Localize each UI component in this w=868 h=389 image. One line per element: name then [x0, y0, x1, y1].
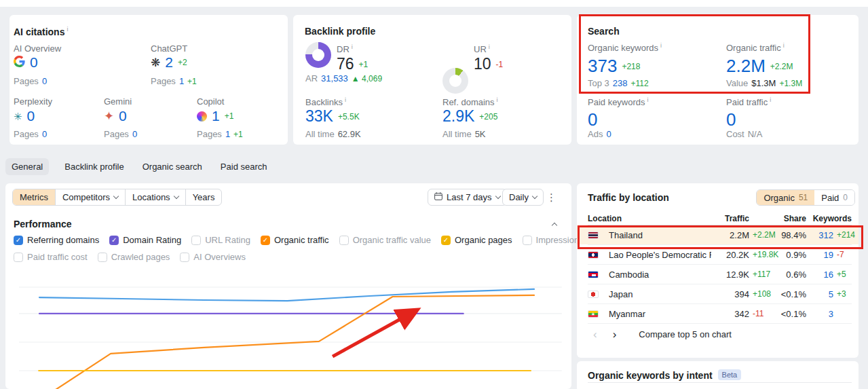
flag-thailand-icon — [588, 231, 599, 239]
checkbox-crawled-pages[interactable]: Crawled pages — [98, 252, 170, 262]
unchecked-box[interactable] — [180, 253, 189, 262]
chevron-down-icon — [173, 193, 178, 199]
series-referring-domains[interactable] — [39, 289, 534, 301]
column-keywords[interactable]: Keywords — [806, 214, 852, 223]
toggle-organic[interactable]: Organic51 — [757, 190, 814, 205]
keywords-value[interactable]: 5 — [806, 289, 833, 299]
keywords-value[interactable]: 16 — [806, 270, 833, 280]
alltime-label: All time — [442, 129, 472, 139]
checkbox-organic-pages[interactable]: ✓Organic pages — [441, 235, 512, 245]
pages-value[interactable]: 0 — [42, 129, 47, 139]
date-range-button[interactable]: Last 7 days — [428, 189, 507, 206]
organic-keywords-value[interactable]: 373 — [588, 56, 617, 77]
kebab-menu-icon[interactable]: ⋮ — [546, 192, 556, 202]
locations-filter-button[interactable]: Locations — [125, 189, 185, 205]
pages-value[interactable]: 1 — [225, 129, 230, 139]
next-page-icon[interactable]: › — [613, 329, 617, 340]
info-icon: i — [660, 42, 662, 49]
location-name: Thailand — [603, 230, 711, 240]
checkbox-label: Referring domains — [27, 235, 99, 245]
backlinks-value[interactable]: 33K — [305, 107, 333, 126]
checked-icon[interactable]: ✓ — [441, 236, 451, 245]
tab-organic-search[interactable]: Organic search — [143, 162, 202, 172]
traffic-value: 342 — [711, 309, 749, 319]
location-pagination: ‹ › Compare top 5 on chart — [593, 329, 732, 340]
traffic-change: -11 — [749, 309, 779, 318]
unchecked-box[interactable] — [339, 236, 349, 245]
collapse-chevron-icon[interactable] — [552, 223, 557, 228]
perplexity-value: 0 — [27, 108, 35, 124]
traffic-change: +117 — [749, 270, 779, 279]
top-white-bar — [0, 0, 868, 7]
keywords-value[interactable]: 19 — [806, 250, 833, 260]
tab-general[interactable]: General — [5, 158, 49, 175]
openai-icon: ❋ — [151, 57, 160, 69]
ref-domains-change: +205 — [479, 112, 497, 122]
checked-icon[interactable]: ✓ — [109, 236, 119, 245]
ads-value[interactable]: 0 — [606, 129, 611, 139]
perplexity-label: Perplexity — [14, 96, 52, 107]
checkbox-label: Organic traffic value — [353, 235, 431, 245]
pages-value[interactable]: 0 — [42, 76, 47, 86]
column-share[interactable]: Share — [779, 214, 806, 223]
metrics-filter-button[interactable]: Metrics — [13, 189, 55, 205]
ref-domains-value[interactable]: 2.9K — [442, 107, 474, 126]
location-row-japan[interactable]: Japan394+108<0.1%5+3 — [588, 284, 852, 304]
checked-icon[interactable]: ✓ — [14, 236, 23, 245]
chevron-down-icon — [495, 193, 500, 199]
chart-filter-group: Metrics Competitors Locations Years — [12, 189, 222, 206]
competitors-filter-button[interactable]: Competitors — [55, 189, 125, 205]
location-row-thailand[interactable]: Thailand2.2M+2.2M98.4%312+214 — [588, 225, 852, 245]
checked-icon[interactable]: ✓ — [261, 236, 270, 245]
organic-traffic-change: +2.2M — [770, 62, 793, 71]
backlinks-change: +5.5K — [338, 112, 360, 122]
unchecked-box[interactable] — [523, 236, 532, 245]
organic-keywords-label: Organic keywordsi — [588, 42, 662, 53]
toggle-paid[interactable]: Paid0 — [814, 190, 854, 205]
checkbox-paid-traffic-cost[interactable]: Paid traffic cost — [14, 252, 88, 262]
location-row-myanmar[interactable]: ★Myanmar342-11<0.1%3 — [588, 304, 852, 324]
keywords-value[interactable]: 312 — [806, 230, 833, 240]
top3-value[interactable]: 238 — [613, 78, 628, 88]
info-icon: i — [497, 96, 498, 103]
ahrefs-overview-dashboard: { "glyphs":{"info":"i","check":"✓","keba… — [0, 0, 868, 389]
tab-backlink-profile[interactable]: Backlink profile — [64, 162, 124, 172]
checkbox-impressions[interactable]: Impressions — [523, 235, 584, 245]
compare-top5-link[interactable]: Compare top 5 on chart — [639, 329, 732, 339]
unchecked-box[interactable] — [191, 236, 201, 245]
granularity-button[interactable]: Daily — [502, 189, 544, 206]
pages-value[interactable]: 0 — [132, 129, 137, 139]
column-traffic[interactable]: Traffic — [711, 214, 749, 223]
dr-change: +1 — [359, 60, 369, 69]
location-name: Myanmar — [603, 309, 711, 319]
unchecked-box[interactable] — [98, 253, 107, 262]
keywords-value[interactable]: 3 — [806, 309, 833, 319]
ar-value[interactable]: 31,533 — [321, 73, 348, 84]
unchecked-box[interactable] — [14, 253, 23, 262]
checkbox-organic-traffic[interactable]: ✓Organic traffic — [261, 235, 329, 245]
checkbox-ai-overviews[interactable]: AI Overviews — [180, 252, 246, 262]
location-row-cambodia[interactable]: Cambodia12.9K+1170.6%16+5 — [588, 265, 852, 284]
organic-traffic-value[interactable]: 2.2M — [726, 56, 766, 77]
pages-change: +1 — [233, 130, 243, 139]
cost-label: Cost — [726, 129, 744, 139]
checkbox-domain-rating[interactable]: ✓Domain Rating — [109, 235, 181, 245]
checkbox-url-rating[interactable]: URL Rating — [191, 235, 250, 245]
checkbox-referring-domains[interactable]: ✓Referring domains — [14, 235, 99, 245]
traffic-value: 12.9K — [711, 270, 749, 280]
prev-page-icon[interactable]: ‹ — [593, 329, 597, 340]
paid-keywords-value[interactable]: 0 — [588, 109, 597, 130]
checkbox-organic-traffic-value[interactable]: Organic traffic value — [339, 235, 431, 245]
years-filter-button[interactable]: Years — [185, 189, 222, 205]
top3-label: Top 3 — [588, 78, 609, 88]
performance-line-chart[interactable] — [5, 272, 571, 389]
column-location[interactable]: Location — [588, 214, 711, 223]
checkbox-label: Domain Rating — [123, 235, 181, 245]
location-table-rows: Thailand2.2M+2.2M98.4%312+214Lao People'… — [588, 225, 852, 324]
paid-traffic-value[interactable]: 0 — [726, 109, 736, 130]
location-row-lao-people-s-democratic-reput[interactable]: Lao People's Democratic Reput20.2K+19.8K… — [588, 245, 852, 265]
pages-value[interactable]: 1 — [179, 76, 184, 86]
search-card: Search Organic keywordsi 373+218 Top 323… — [577, 15, 858, 145]
tab-paid-search[interactable]: Paid search — [221, 162, 267, 172]
share-value: <0.1% — [779, 309, 806, 319]
